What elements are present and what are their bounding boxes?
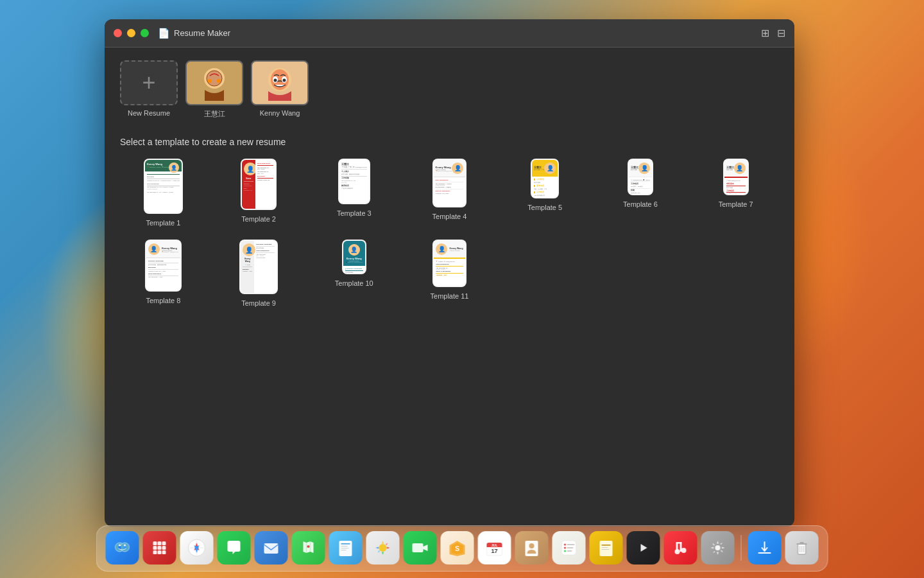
template-7-wrapper: 王慧江 高级工程师 👤 广东省 | email@test.com 求职意向 软件… (692, 159, 779, 229)
resume-label-wanghuijiang: 王慧江 (204, 109, 225, 119)
traffic-lights (114, 29, 149, 37)
dock-maps[interactable] (292, 531, 325, 565)
share-button[interactable]: ⊞ (761, 27, 769, 39)
dock-downloads[interactable] (748, 531, 782, 565)
svg-point-9 (283, 78, 286, 82)
section-label: Select a template to create a new resume (120, 137, 779, 147)
dock-notes[interactable] (590, 531, 623, 565)
dock-messages[interactable] (218, 531, 251, 565)
title-bar: 📄 Resume Maker ⊞ ⊟ (105, 19, 794, 48)
svg-rect-65 (676, 543, 678, 552)
svg-point-53 (564, 547, 566, 549)
svg-rect-39 (413, 543, 424, 552)
template-card-9[interactable]: 👤 Kenny Wang 📧 email Education Universit… (239, 240, 278, 294)
template-card-7[interactable]: 王慧江 高级工程师 👤 广东省 | email@test.com 求职意向 软件… (723, 159, 749, 195)
svg-rect-52 (567, 544, 575, 545)
minimize-button[interactable] (127, 29, 135, 37)
window-title: Resume Maker (174, 28, 761, 38)
dock-notesapp[interactable] (329, 531, 363, 565)
dock-calendar[interactable]: JUL 17 (478, 531, 511, 565)
dock-safari[interactable] (180, 531, 214, 565)
resume-thumb-wanghuijiang (185, 60, 243, 105)
resume-label-kennywang: Kenny Wang (260, 109, 300, 117)
app-icon: 📄 (158, 28, 170, 39)
dock-appletv[interactable] (627, 531, 660, 565)
dock-music[interactable] (664, 531, 697, 565)
template-4-label: Template 4 (432, 213, 467, 223)
template-5-wrapper: 王慧江 软件工程师 | 广东 👤 心仪职位 软件工程师 基本信息 年龄：28 |… (502, 159, 588, 229)
svg-rect-24 (162, 550, 166, 554)
grid-view-button[interactable]: ⊟ (777, 27, 785, 39)
svg-point-67 (715, 545, 721, 550)
template-card-4[interactable]: Kenny Wang Software Engineer 📍 Xingang |… (432, 159, 467, 207)
svg-rect-21 (162, 546, 166, 550)
template-card-6[interactable]: 王慧江 软件工程师 👤 📧 email@test.com | 📱 138xxxx… (628, 159, 653, 195)
dock-finder[interactable] (106, 531, 139, 565)
svg-point-1 (207, 71, 222, 86)
svg-point-55 (564, 550, 566, 552)
svg-rect-70 (800, 542, 804, 543)
svg-rect-69 (797, 543, 807, 545)
dock-contacts[interactable] (515, 531, 549, 565)
dock-photos[interactable] (366, 531, 400, 565)
svg-rect-34 (341, 543, 350, 545)
dock-launchpad[interactable] (143, 531, 176, 565)
template-2-wrapper: 👤 Name Education University 2008 Skills … (216, 159, 302, 229)
svg-rect-58 (602, 545, 611, 546)
template-6-wrapper: 王慧江 软件工程师 👤 📧 email@test.com | 📱 138xxxx… (597, 159, 684, 229)
dock-sketch[interactable]: S (441, 531, 474, 565)
dock-trash[interactable] (785, 531, 819, 565)
template-11-wrapper: 👤 Kenny Wang Software Engineer 📍 Xingang… (406, 240, 493, 310)
close-button[interactable] (114, 29, 122, 37)
resume-item-wanghuijiang[interactable]: 王慧江 (185, 60, 243, 119)
template-card-5[interactable]: 王慧江 软件工程师 | 广东 👤 心仪职位 软件工程师 基本信息 年龄：28 |… (531, 159, 559, 198)
template-1-label: Template 1 (146, 219, 180, 229)
svg-text:JUL: JUL (492, 543, 497, 547)
svg-text:17: 17 (491, 548, 497, 554)
template-card-8[interactable]: 👤 Kenny Wang Software Engineer 📍 Xingang… (145, 240, 182, 292)
resume-item-kennywang[interactable]: Kenny Wang (251, 60, 309, 119)
svg-text:S: S (455, 545, 459, 552)
dock-sysprefs[interactable] (701, 531, 735, 565)
svg-rect-18 (162, 541, 166, 545)
dock-reminders[interactable] (552, 531, 586, 565)
template-5-label: Template 5 (527, 204, 562, 214)
svg-rect-35 (341, 546, 348, 547)
svg-point-3 (217, 79, 221, 83)
template-card-2[interactable]: 👤 Name Education University 2008 Skills … (241, 159, 277, 210)
dock-facetime[interactable] (404, 531, 437, 565)
template-8-label: Template 8 (146, 297, 180, 307)
svg-rect-23 (158, 550, 162, 554)
svg-point-14 (119, 545, 121, 547)
svg-rect-17 (158, 541, 162, 545)
new-resume-item[interactable]: + New Resume (120, 60, 178, 119)
svg-point-8 (274, 78, 277, 82)
title-bar-actions: ⊞ ⊟ (761, 27, 785, 39)
templates-grid-row2: 👤 Kenny Wang Software Engineer 📍 Xingang… (120, 240, 779, 310)
template-6-label: Template 6 (623, 200, 658, 211)
svg-rect-16 (153, 541, 157, 545)
svg-point-63 (681, 548, 687, 553)
svg-point-49 (529, 543, 535, 548)
fullscreen-button[interactable] (141, 29, 149, 37)
template-11-label: Template 11 (431, 292, 469, 302)
template-3-label: Template 3 (337, 209, 372, 220)
template-3-wrapper: 王慧江 📍 中国 广东 | ✉ email@test.com 个人简介 软件工程… (311, 159, 397, 229)
template-card-3[interactable]: 王慧江 📍 中国 广东 | ✉ email@test.com 个人简介 软件工程… (338, 159, 370, 204)
svg-rect-66 (676, 542, 682, 544)
templates-grid-row1: Kenny Wang 📍 Xingang, China | ✉ email@ex… (120, 159, 779, 229)
dock-mail[interactable] (255, 531, 288, 565)
svg-marker-61 (641, 544, 647, 552)
template-card-1[interactable]: Kenny Wang 📍 Xingang, China | ✉ email@ex… (144, 159, 183, 214)
template-4-wrapper: Kenny Wang Software Engineer 📍 Xingang |… (406, 159, 493, 229)
plus-icon: + (142, 69, 155, 96)
template-2-label: Template 2 (241, 215, 276, 225)
dock: S JUL 17 (96, 525, 828, 572)
svg-rect-37 (341, 550, 346, 550)
svg-point-32 (307, 545, 310, 548)
svg-point-38 (379, 544, 387, 552)
svg-rect-19 (153, 546, 157, 550)
template-card-11[interactable]: 👤 Kenny Wang Software Engineer 📍 Xingang… (432, 240, 466, 287)
svg-rect-54 (567, 547, 574, 548)
template-card-10[interactable]: 👤 Kenny Wang Software Engineer 📱 138xxxx… (342, 240, 366, 274)
